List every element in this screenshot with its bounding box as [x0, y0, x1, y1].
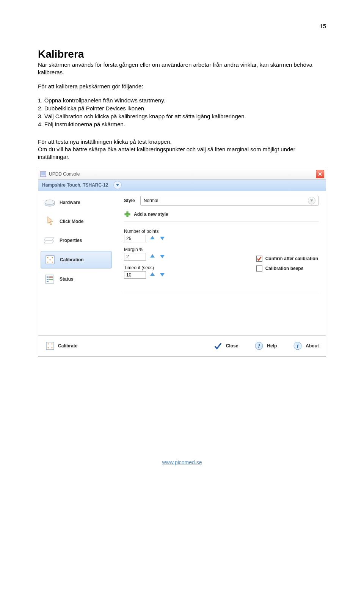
svg-marker-28 — [150, 272, 155, 276]
arrow-down-icon[interactable] — [160, 236, 166, 242]
sidebar-item-label: Calibration — [60, 257, 84, 262]
sidebar-item-label: Click Mode — [60, 219, 83, 224]
points-input[interactable] — [124, 235, 146, 242]
svg-rect-16 — [47, 276, 49, 278]
svg-marker-27 — [160, 255, 165, 258]
about-button[interactable]: i About — [290, 339, 321, 352]
step-2: 2. Dubbelklicka på Pointer Devices ikone… — [38, 104, 326, 112]
svg-marker-7 — [44, 238, 54, 240]
help-button[interactable]: ? Help — [252, 339, 279, 352]
svg-marker-25 — [160, 237, 165, 240]
timeout-input[interactable] — [124, 271, 146, 279]
style-value: Normal — [144, 198, 158, 203]
note-line-2: Om du vill ha bättre skärpa öka antalet … — [38, 146, 326, 161]
device-bar: Hampshire Touch, TSHARC-12 — [38, 180, 326, 191]
sidebar: Hardware Click Mode Properties — [38, 191, 114, 335]
beeps-checkbox-row[interactable]: Calibration beeps — [256, 265, 318, 272]
svg-marker-24 — [150, 236, 155, 239]
sidebar-item-label: Status — [60, 276, 74, 282]
svg-rect-17 — [49, 276, 53, 278]
svg-rect-19 — [49, 279, 53, 280]
svg-point-32 — [52, 344, 53, 345]
svg-point-34 — [52, 347, 53, 349]
heading: Kalibrera — [38, 48, 326, 60]
titlebar: UPDD Console — [38, 169, 326, 180]
svg-point-13 — [52, 261, 53, 262]
svg-rect-23 — [125, 214, 130, 215]
add-style-label: Add a new style — [134, 212, 168, 217]
sidebar-item-properties[interactable]: Properties — [41, 232, 112, 249]
bottom-bar: Calibrate Close ? Help i About — [38, 335, 326, 356]
device-name: Hampshire Touch, TSHARC-12 — [42, 182, 108, 188]
svg-rect-20 — [47, 281, 49, 282]
calibration-icon — [44, 254, 56, 266]
svg-rect-1 — [41, 172, 45, 175]
step-3: 3. Välj Calibration och klicka på kalibr… — [38, 112, 326, 120]
svg-marker-26 — [150, 254, 155, 258]
device-dropdown[interactable] — [113, 181, 122, 189]
step-1: 1. Öppna kontrollpanelen från Windows st… — [38, 96, 326, 104]
arrow-up-icon[interactable] — [150, 236, 156, 242]
close-button[interactable] — [316, 170, 324, 178]
svg-marker-8 — [44, 241, 54, 243]
svg-point-11 — [52, 257, 53, 258]
check-icon — [213, 341, 223, 351]
status-icon — [44, 273, 56, 285]
svg-rect-18 — [47, 279, 49, 280]
help-icon: ? — [254, 341, 264, 351]
sidebar-item-status[interactable]: Status — [41, 271, 112, 287]
page-number: 15 — [38, 23, 326, 29]
note-block: För att testa nya inställningen klicka p… — [38, 138, 326, 161]
sidebar-item-hardware[interactable]: Hardware — [41, 194, 112, 211]
svg-text:i: i — [297, 343, 299, 349]
right-panel: Style Normal Add a new style — [114, 191, 326, 335]
svg-marker-21 — [310, 199, 313, 202]
points-label: Number of points — [124, 229, 319, 234]
divider — [124, 294, 319, 294]
arrow-down-icon[interactable] — [160, 254, 166, 260]
sidebar-item-label: Properties — [60, 238, 82, 243]
sidebar-item-calibration[interactable]: Calibration — [41, 251, 112, 269]
sub-intro: För att kalibrera pekskärmen gör följand… — [38, 83, 326, 90]
svg-point-12 — [47, 261, 49, 262]
style-dropdown[interactable]: Normal — [140, 196, 319, 206]
footer-link[interactable]: www.picomed.se — [38, 459, 326, 465]
sidebar-item-clickmode[interactable]: Click Mode — [41, 213, 112, 230]
divider — [124, 221, 319, 222]
arrow-up-icon[interactable] — [150, 272, 156, 278]
beeps-label: Calibration beeps — [265, 266, 304, 271]
info-icon: i — [293, 341, 303, 351]
about-label: About — [306, 343, 319, 349]
chevron-down-icon — [116, 183, 119, 187]
close-label: Close — [226, 343, 238, 349]
confirm-label: Confirm after calibration — [265, 256, 318, 261]
checkbox-checked-icon — [256, 256, 262, 262]
svg-point-31 — [48, 344, 49, 345]
svg-point-14 — [50, 259, 51, 260]
close-button[interactable]: Close — [211, 339, 241, 352]
hardware-icon — [44, 196, 56, 209]
svg-point-10 — [47, 257, 49, 258]
margin-input[interactable] — [124, 253, 146, 261]
click-mode-icon — [44, 215, 56, 228]
svg-text:?: ? — [258, 343, 261, 349]
plus-icon — [124, 211, 131, 218]
add-style-link[interactable]: Add a new style — [124, 211, 319, 218]
chevron-down-icon — [308, 197, 315, 204]
svg-marker-29 — [160, 273, 165, 276]
style-label: Style — [124, 198, 135, 203]
arrow-up-icon[interactable] — [150, 254, 156, 260]
calibration-icon — [45, 341, 55, 351]
note-line-1: För att testa nya inställningen klicka p… — [38, 138, 326, 146]
confirm-checkbox-row[interactable]: Confirm after calibration — [256, 256, 318, 262]
step-4: 4. Följ instruktionerna på skärmen. — [38, 120, 326, 128]
intro-paragraph: När skärmen används för första gången el… — [38, 61, 326, 77]
margin-label: Margin % — [124, 247, 319, 252]
window-title: UPDD Console — [49, 171, 316, 177]
steps-list: 1. Öppna kontrollpanelen från Windows st… — [38, 96, 326, 128]
calibrate-button[interactable]: Calibrate — [43, 339, 80, 352]
svg-marker-4 — [116, 184, 119, 186]
svg-rect-30 — [46, 342, 54, 350]
svg-point-6 — [45, 200, 55, 204]
arrow-down-icon[interactable] — [160, 272, 166, 278]
